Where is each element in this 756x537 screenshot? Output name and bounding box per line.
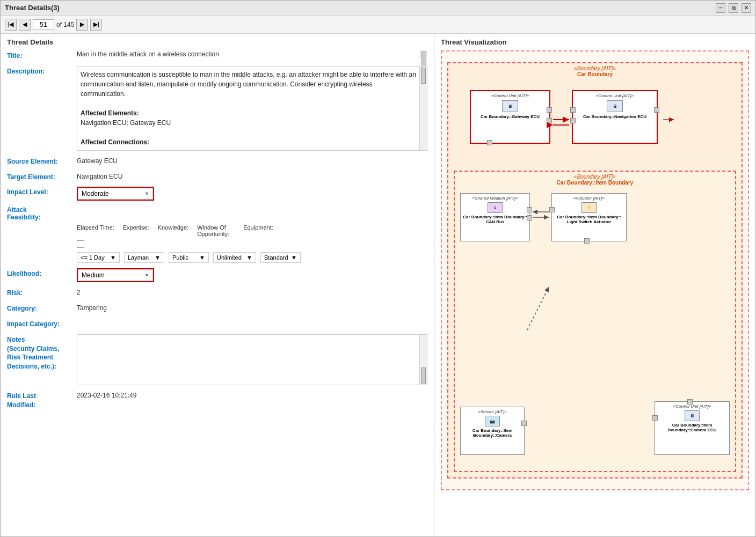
source-element-row: Source Element: Gateway ECU (7, 156, 427, 166)
nav-stereotype: «Control Unit [AIT]» (596, 93, 634, 98)
knowledge-col: Knowledge: (158, 224, 189, 237)
restore-button[interactable]: ⧉ (729, 3, 738, 13)
af-label: Attack Feasibility: (7, 206, 41, 221)
last-page-button[interactable]: ▶| (90, 19, 102, 31)
cam-name: Car Boundary::Item Boundary::Camera (463, 428, 522, 438)
ls-name: Car Boundary::Item Boundary:: Light Swit… (554, 215, 624, 224)
likelihood-selected: Medium (82, 271, 105, 279)
viz-title: Threat Visualization (441, 38, 749, 46)
impact-level-row: Impact Level: Moderate ▼ (7, 187, 427, 201)
woo-col-label: Window Of Opportunity: (197, 224, 235, 237)
can-port-r2 (527, 215, 532, 220)
title-row: Title: Man in the middle attack on a wir… (7, 50, 427, 61)
equipment-col: Equipment: (243, 224, 273, 237)
window-title: Threat Details(3) (5, 4, 60, 12)
woo-selected: Unlimited (217, 254, 242, 261)
can-name: Car Boundary::Item Boundary:: CAN Bus (463, 215, 527, 224)
toolbar: |◀ ◀ 51 of 145 ▶ ▶| (1, 16, 755, 34)
outer-boundary-name: Car Boundary (448, 71, 742, 77)
next-page-button[interactable]: ▶ (76, 19, 88, 31)
likelihood-container: Medium ▼ (77, 268, 154, 282)
equipment-arrow: ▼ (291, 254, 297, 261)
rule-last-modified-row: Rule Last Modified: 2023-02-16 10:21:49 (7, 391, 427, 410)
cam-icon: 📷 (485, 416, 500, 426)
notes-row: Notes (Security Claims, Risk Treatment D… (7, 334, 427, 385)
cam-stereotype: «Sensor [AIT]» (478, 409, 506, 414)
expertise-col: Expertise: (123, 224, 149, 237)
elapsed-time-col: Elapsed Time: (77, 224, 114, 237)
source-element-value: Gateway ECU (77, 156, 427, 165)
prev-page-button[interactable]: ◀ (19, 19, 31, 31)
impact-category-value (77, 319, 427, 320)
inner-boundary: «Boundary [AIT]» Car Boundary::Item Boun… (454, 171, 736, 472)
ls-stereotype: «Actuator [AIT]» (573, 196, 605, 201)
category-row: Category: Tampering (7, 303, 427, 313)
gateway-icon: 🖥 (502, 100, 518, 112)
window-controls: ─ ⧉ ✕ (716, 3, 751, 13)
title-label: Title: (7, 50, 77, 61)
cecu-stereotype: «Control Unit [AIT]» (673, 404, 711, 409)
gateway-name: Car Boundary::Gateway ECU (481, 114, 540, 119)
gateway-port-bottom (487, 140, 492, 145)
title-value: Man in the middle attack on a wireless c… (77, 49, 223, 58)
outer-boundary-stereotype: «Boundary [AIT]» (448, 65, 742, 71)
likelihood-dropdown[interactable]: Medium ▼ (78, 269, 153, 281)
impact-category-row: Impact Category: (7, 319, 427, 329)
minimize-button[interactable]: ─ (716, 3, 725, 13)
elapsed-time-selected: <= 1 Day (81, 254, 105, 261)
notes-textarea[interactable] (77, 335, 419, 383)
af-checkbox[interactable] (77, 240, 84, 248)
ls-port-l (549, 207, 555, 212)
expertise-dropdown[interactable]: Layman ▼ (124, 252, 164, 263)
risk-row: Risk: 2 (7, 288, 427, 298)
can-port-r1 (527, 207, 532, 212)
nav-icon: 🖥 (607, 100, 623, 112)
woo-col: Window Of Opportunity: (197, 224, 235, 237)
expertise-selected: Layman (128, 254, 149, 261)
likelihood-label: Likelihood: (7, 268, 77, 278)
equipment-dropdown[interactable]: Standard ▼ (260, 252, 301, 263)
impact-level-arrow: ▼ (144, 191, 149, 196)
can-stereotype: «Shared Medium [AIT]» (473, 196, 518, 201)
first-page-button[interactable]: |◀ (5, 19, 17, 31)
risk-label: Risk: (7, 288, 77, 298)
ls-icon: ⚡ (581, 202, 597, 213)
light-switch-node: «Actuator [AIT]» ⚡ Car Boundary::Item Bo… (551, 193, 627, 241)
main-window: Threat Details(3) ─ ⧉ ✕ |◀ ◀ 51 of 145 ▶… (0, 0, 756, 537)
expertise-col-label: Expertise: (123, 224, 149, 231)
knowledge-arrow: ▼ (199, 254, 205, 261)
gateway-port-right (547, 107, 552, 113)
likelihood-arrow: ▼ (144, 273, 149, 278)
cecu-port-t (687, 399, 693, 404)
camera-node: «Sensor [AIT]» 📷 Car Boundary::Item Boun… (460, 407, 525, 455)
equipment-selected: Standard (264, 254, 288, 261)
elapsed-time-dropdown[interactable]: <= 1 Day ▼ (77, 252, 120, 263)
knowledge-selected: Public (172, 254, 188, 261)
gateway-port-right2 (547, 118, 552, 123)
viz-area: «Boundary [AIT]» Car Boundary «Control U… (441, 50, 749, 490)
woo-arrow: ▼ (246, 254, 252, 261)
knowledge-dropdown[interactable]: Public ▼ (169, 252, 209, 263)
target-element-label: Target Element: (7, 172, 77, 182)
impact-level-selected: Moderate (82, 190, 109, 197)
notes-label: Notes (Security Claims, Risk Treatment D… (7, 334, 77, 371)
ls-port-b (584, 238, 590, 244)
close-button[interactable]: ✕ (742, 3, 751, 13)
inner-boundary-name: Car Boundary::Item Boundary (455, 180, 735, 186)
expertise-arrow: ▼ (155, 254, 161, 261)
main-content: Threat Details Title: Man in the middle … (1, 34, 755, 536)
can-bus-node: «Shared Medium [AIT]» ≡ Car Boundary::It… (460, 193, 530, 241)
elapsed-time-col-label: Elapsed Time: (77, 224, 114, 231)
rule-last-modified-value: 2023-02-16 10:21:49 (77, 391, 427, 399)
current-page-input[interactable]: 51 (33, 19, 54, 30)
section-title: Threat Details (7, 38, 427, 46)
impact-level-dropdown[interactable]: Moderate ▼ (78, 188, 153, 200)
rule-last-modified-label: Rule Last Modified: (7, 391, 77, 410)
cecu-port-l (652, 415, 658, 421)
woo-dropdown[interactable]: Unlimited ▼ (213, 252, 256, 263)
source-element-label: Source Element: (7, 156, 77, 166)
nav-name: Car Boundary::Navigation ECU (583, 114, 646, 119)
impact-level-container: Moderate ▼ (77, 187, 154, 201)
description-row: Description: Wireless communication is s… (7, 66, 427, 151)
right-panel: Threat Visualization «Boundary [AIT]» Ca… (434, 34, 755, 536)
